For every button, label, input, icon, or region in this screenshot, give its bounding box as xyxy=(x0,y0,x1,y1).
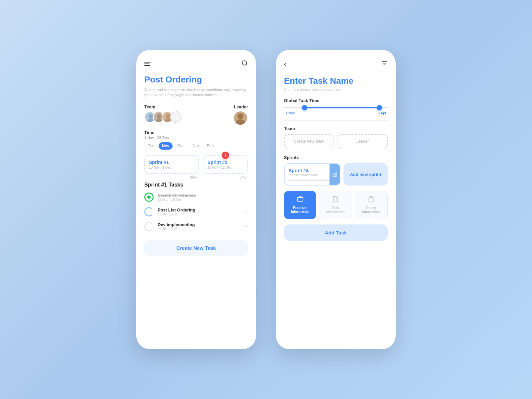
svg-point-9 xyxy=(166,114,170,119)
sprint2-percent: 37% xyxy=(239,176,246,179)
month-nov[interactable]: Nov xyxy=(159,142,173,150)
sprint-row-right: Sprint #4 Please choose date Add new spr… xyxy=(284,163,388,186)
tab-policy-label: PolicyInformation xyxy=(362,206,380,214)
leader-label: Leader xyxy=(234,104,248,109)
time-label: Time xyxy=(144,130,248,135)
slider-end-date: 15 Apr xyxy=(376,111,386,115)
sprint-active-card: Sprint #4 Please choose date xyxy=(284,163,340,186)
month-tabs: Oct Nov Dec Jan Feb xyxy=(144,142,248,150)
add-task-button[interactable]: Add Task xyxy=(284,224,388,241)
global-time-label: Global Task Time xyxy=(284,98,388,103)
svg-rect-18 xyxy=(370,197,372,198)
task-info-1: Create Wireframes 13 Nov - 16 Nov xyxy=(158,193,239,201)
team-section: Team xyxy=(144,104,182,123)
team-avatars xyxy=(144,111,182,123)
tab-task-label: TaskInformation xyxy=(326,206,344,214)
sprint2-title: Sprint #2 xyxy=(207,160,243,165)
slider-thumb-left[interactable] xyxy=(302,105,307,110)
add-avatar[interactable] xyxy=(170,111,182,123)
leader-section: Leader xyxy=(234,104,248,125)
sprint4-date: Please choose date xyxy=(289,173,335,177)
info-tabs: PremiumInformation TaskInformation Polic… xyxy=(284,191,388,219)
month-feb[interactable]: Feb xyxy=(203,142,217,150)
month-jan[interactable]: Jan xyxy=(189,142,202,150)
svg-rect-17 xyxy=(297,198,303,201)
svg-line-1 xyxy=(246,65,247,66)
tasks-section-title: Sprint #1 Tasks xyxy=(144,182,248,188)
back-row: ‹ xyxy=(284,60,388,68)
tasks-area: Sprint #1 Tasks Create Wireframes 13 Nov… xyxy=(144,182,248,231)
sprint-progress-bar xyxy=(289,180,335,181)
add-sprint-button[interactable]: Add new sprint xyxy=(343,163,388,186)
task-item-3: Dev implementing 09:30 - 15:45 ··· xyxy=(144,222,248,231)
page-description: A short and simple permissive license co… xyxy=(144,87,248,98)
clipboard-icon xyxy=(368,196,374,204)
slider-dates: 1 Nov 15 Apr xyxy=(284,111,388,115)
task-item-2: Post List Ordering 08:00 - 18:00 ··· xyxy=(144,207,248,216)
task-time-1: 13 Nov - 16 Nov xyxy=(158,198,239,201)
leader-button[interactable]: Leader xyxy=(337,134,388,148)
tab-task-info[interactable]: TaskInformation xyxy=(319,191,352,219)
svg-point-12 xyxy=(237,113,243,119)
task-status-inprogress xyxy=(144,207,154,216)
left-phone: Post Ordering A short and simple permiss… xyxy=(136,50,256,349)
create-new-team-button[interactable]: Create new team xyxy=(284,134,334,148)
top-bar-left xyxy=(144,60,248,68)
search-icon[interactable] xyxy=(241,60,248,68)
team-buttons-row: Create new team Leader xyxy=(284,134,388,148)
tab-policy-info[interactable]: PolicyInformation xyxy=(355,191,388,219)
month-oct[interactable]: Oct xyxy=(144,142,157,150)
task-name-3: Dev implementing xyxy=(158,222,239,227)
tab-premium-info[interactable]: PremiumInformation xyxy=(284,191,316,219)
sprint1-dates: 13 Nov - 1 Dec xyxy=(149,166,194,169)
hamburger-icon[interactable] xyxy=(144,62,151,66)
task-name-1: Create Wireframes xyxy=(158,193,239,198)
task-name-2: Post List Ordering xyxy=(158,207,239,212)
svg-point-0 xyxy=(242,61,247,65)
team-leader-row: Team xyxy=(144,104,248,125)
slider-thumb-right[interactable] xyxy=(377,105,382,110)
task-name-heading[interactable]: Enter Task Name xyxy=(284,76,388,86)
tab-premium-label: PremiumInformation xyxy=(291,206,309,214)
page-title: Post Ordering xyxy=(144,74,248,85)
task-status-done xyxy=(144,193,154,202)
task-info-3: Dev implementing 09:30 - 15:45 xyxy=(158,222,239,231)
sprint-card-1: Sprint #1 13 Nov - 1 Dec 86% xyxy=(144,155,199,174)
divider-1 xyxy=(284,120,388,121)
sprints-label: Sprints xyxy=(284,155,388,160)
time-range: 1 Nov - 28 Dec xyxy=(144,136,248,140)
create-new-task-button[interactable]: Create New Task xyxy=(144,240,248,256)
svg-point-6 xyxy=(157,114,162,119)
warning-badge: ! xyxy=(222,152,229,159)
file-icon xyxy=(332,196,339,204)
time-slider[interactable] xyxy=(284,107,388,108)
briefcase-icon xyxy=(297,196,304,204)
back-button[interactable]: ‹ xyxy=(284,60,286,68)
slider-fill xyxy=(305,107,379,108)
team-label-right: Team xyxy=(284,126,388,131)
task-status-pending xyxy=(144,222,154,231)
sprint-card-2-wrapper: ! Sprint #2 15 Nov - 12 Dec 37% xyxy=(203,155,248,174)
month-dec[interactable]: Dec xyxy=(174,142,188,150)
sprint-edit-button[interactable] xyxy=(330,164,340,185)
slider-track xyxy=(284,107,388,108)
task-desc-hint: And here please describe your task. xyxy=(284,87,388,91)
time-section: Time 1 Nov - 28 Dec Oct Nov Dec Jan Feb xyxy=(144,130,248,150)
sprint2-dates: 15 Nov - 12 Dec xyxy=(207,166,243,169)
slider-start-date: 1 Nov xyxy=(285,111,295,115)
team-label: Team xyxy=(144,104,182,109)
task-info-2: Post List Ordering 08:00 - 18:00 xyxy=(158,207,239,216)
filter-icon[interactable] xyxy=(381,60,388,68)
task-time-3: 09:30 - 15:45 xyxy=(158,227,239,231)
sprint-row: Sprint #1 13 Nov - 1 Dec 86% ! Sprint #2… xyxy=(144,155,248,174)
right-phone: ‹ Enter Task Name And here please descri… xyxy=(276,50,396,349)
task-time-2: 08:00 - 18:00 xyxy=(158,212,239,216)
task-more-2[interactable]: ··· xyxy=(243,208,248,215)
leader-avatar xyxy=(234,111,247,125)
sprint1-title: Sprint #1 xyxy=(149,160,194,165)
task-item-1: Create Wireframes 13 Nov - 16 Nov ··· xyxy=(144,193,248,202)
task-more-3[interactable]: ··· xyxy=(243,223,248,230)
sprint1-percent: 86% xyxy=(190,176,197,179)
sprint4-title: Sprint #4 xyxy=(289,168,335,173)
task-more-1[interactable]: ··· xyxy=(243,194,248,200)
